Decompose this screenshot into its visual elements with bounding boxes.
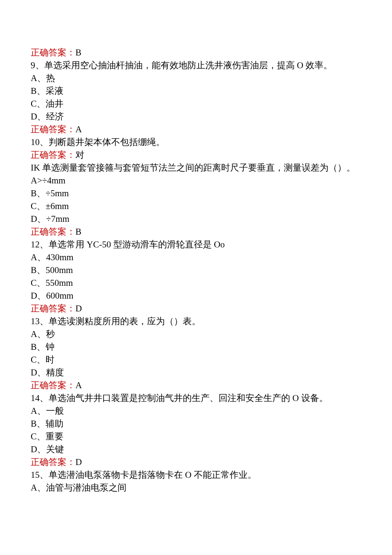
q12-option-b: B、500mm [31, 264, 361, 276]
q13-option-b: B、钟 [31, 340, 361, 353]
q14-option-c: C、重要 [31, 430, 361, 443]
correct-answer-value: D [75, 303, 82, 314]
correct-answer-label: 正确答案： [31, 227, 75, 237]
correct-answer-label: 正确答案： [31, 380, 75, 390]
question-15: 15、单选潜油电泵落物卡是指落物卡在 O 不能正常作业。 [31, 468, 361, 481]
correct-answer-value: A [75, 380, 82, 390]
question-14: 14、单选油气井井口装置是控制油气井的生产、回注和安全生产的 O 设备。 [31, 392, 361, 404]
q14-option-d: D、关键 [31, 443, 361, 456]
correct-answer: 正确答案：A [31, 123, 361, 136]
q14-option-b: B、辅助 [31, 417, 361, 430]
q12-option-d: D、600mm [31, 289, 361, 302]
q13-option-c: C、时 [31, 353, 361, 366]
q9-option-a: A、热 [31, 72, 361, 84]
q13-option-d: D、精度 [31, 366, 361, 379]
correct-answer: 正确答案：B [31, 225, 361, 238]
correct-answer-label: 正确答案： [31, 303, 75, 314]
correct-answer-label: 正确答案： [31, 124, 75, 134]
question-10: 10、判断题井架本体不包括绷绳。 [31, 136, 361, 148]
q11-option-d: D、÷7mm [31, 212, 361, 225]
q12-option-c: C、550mm [31, 276, 361, 289]
correct-answer-value: A [75, 124, 82, 134]
q14-option-a: A、一般 [31, 404, 361, 417]
correct-answer-value: 对 [75, 150, 84, 160]
q11-option-c: C、±6mm [31, 200, 361, 212]
correct-answer: 正确答案：D [31, 456, 361, 468]
correct-answer-value: B [75, 47, 81, 58]
question-9: 9、单选采用空心抽油杆抽油，能有效地防止洗井液伤害油层，提高 O 效率。 [31, 59, 361, 72]
question-13: 13、单选读测粘度所用的表，应为（）表。 [31, 315, 361, 328]
q9-option-d: D、经济 [31, 110, 361, 123]
correct-answer-label: 正确答案： [31, 47, 75, 58]
q13-option-a: A、秒 [31, 328, 361, 340]
q15-option-a: A、油管与潜油电泵之间 [31, 481, 361, 494]
question-11: IK 单选测量套管接箍与套管短节法兰之间的距离时尺子要垂直，测量误差为（）。 [31, 161, 361, 174]
correct-answer: 正确答案：A [31, 379, 361, 392]
correct-answer-label: 正确答案： [31, 150, 75, 160]
q11-option-b: B、÷5mm [31, 187, 361, 200]
correct-answer: 正确答案：B [31, 46, 361, 59]
correct-answer-value: B [75, 227, 81, 237]
correct-answer-value: D [75, 457, 82, 467]
q9-option-c: C、油井 [31, 97, 361, 110]
correct-answer-label: 正确答案： [31, 457, 75, 467]
q11-option-a: A>÷4mm [31, 174, 361, 187]
q12-option-a: A、430mm [31, 251, 361, 264]
correct-answer: 正确答案：对 [31, 148, 361, 161]
question-12: 12、单选常用 YC-50 型游动滑车的滑轮直径是 Oo [31, 238, 361, 251]
correct-answer: 正确答案：D [31, 302, 361, 315]
q9-option-b: B、采液 [31, 84, 361, 97]
document-body: 正确答案：B9、单选采用空心抽油杆抽油，能有效地防止洗井液伤害油层，提高 O 效… [31, 46, 361, 494]
